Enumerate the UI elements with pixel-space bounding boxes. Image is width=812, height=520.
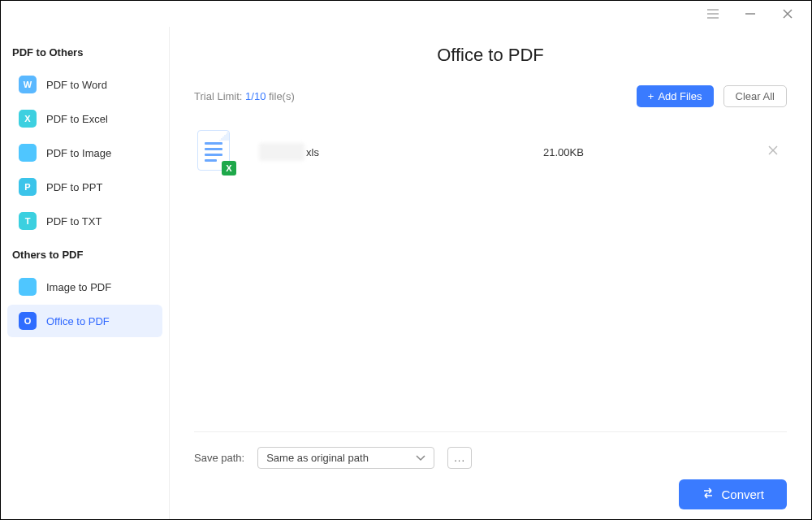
file-size: 21.00KB: [543, 146, 584, 158]
sidebar-item-label: PDF to TXT: [46, 215, 102, 228]
sidebar-heading-others-to-pdf: Others to PDF: [1, 239, 169, 269]
word-icon: W: [19, 76, 37, 93]
convert-icon: [702, 488, 715, 501]
page-title: Office to PDF: [194, 45, 787, 66]
sidebar-item-pdf-to-ppt[interactable]: P PDF to PPT: [7, 171, 162, 203]
image-icon: [19, 144, 37, 162]
sidebar-item-label: PDF to Excel: [46, 113, 108, 125]
titlebar: [1, 1, 811, 27]
toolbar-row: Trial Limit: 1/10 file(s) + Add Files Cl…: [194, 85, 787, 107]
excel-badge-icon: X: [222, 161, 236, 176]
close-icon[interactable]: [780, 6, 795, 21]
file-name-redacted: [259, 143, 304, 161]
minimize-icon[interactable]: [743, 6, 758, 21]
sidebar-item-pdf-to-image[interactable]: PDF to Image: [7, 136, 162, 169]
ppt-icon: P: [19, 178, 37, 196]
save-path-label: Save path:: [194, 452, 244, 464]
file-row: X xls 21.00KB: [194, 130, 787, 174]
sidebar-heading-pdf-to-others: PDF to Others: [1, 37, 169, 67]
plus-icon: +: [648, 90, 654, 102]
sidebar-item-label: Image to PDF: [46, 281, 111, 293]
sidebar: PDF to Others W PDF to Word X PDF to Exc…: [1, 27, 170, 519]
close-icon: [767, 145, 779, 156]
txt-icon: T: [19, 212, 37, 230]
convert-button[interactable]: Convert: [679, 479, 787, 509]
file-extension: xls: [306, 146, 319, 158]
browse-button[interactable]: ...: [447, 447, 472, 469]
sidebar-item-label: PDF to Word: [46, 79, 107, 91]
save-path-row: Save path: Same as original path ...: [194, 431, 787, 469]
save-path-value: Same as original path: [266, 452, 369, 464]
clear-all-button[interactable]: Clear All: [723, 85, 787, 107]
content-area: Office to PDF Trial Limit: 1/10 file(s) …: [170, 27, 811, 519]
file-icon: X: [197, 130, 235, 174]
sidebar-item-label: Office to PDF: [46, 315, 110, 327]
sidebar-item-pdf-to-word[interactable]: W PDF to Word: [7, 68, 162, 101]
file-name: xls: [259, 143, 421, 161]
trial-prefix: Trial Limit:: [194, 90, 245, 102]
trial-limit-text: Trial Limit: 1/10 file(s): [194, 90, 295, 102]
sidebar-item-office-to-pdf[interactable]: O Office to PDF: [7, 305, 162, 337]
image-icon: [19, 278, 37, 296]
trial-count: 1/10: [245, 90, 266, 102]
add-files-label: Add Files: [658, 90, 702, 102]
office-icon: O: [19, 312, 37, 330]
excel-icon: X: [19, 110, 37, 128]
sidebar-item-label: PDF to Image: [46, 147, 111, 159]
add-files-button[interactable]: + Add Files: [637, 85, 714, 107]
chevron-down-icon: [416, 452, 425, 464]
trial-suffix: file(s): [266, 90, 294, 102]
sidebar-item-pdf-to-txt[interactable]: T PDF to TXT: [7, 205, 162, 237]
remove-file-button[interactable]: [762, 140, 784, 164]
convert-label: Convert: [721, 488, 764, 501]
sidebar-item-label: PDF to PPT: [46, 181, 102, 193]
menu-icon[interactable]: [706, 6, 720, 21]
sidebar-item-pdf-to-excel[interactable]: X PDF to Excel: [7, 102, 162, 135]
save-path-select[interactable]: Same as original path: [257, 447, 434, 469]
sidebar-item-image-to-pdf[interactable]: Image to PDF: [7, 271, 162, 303]
